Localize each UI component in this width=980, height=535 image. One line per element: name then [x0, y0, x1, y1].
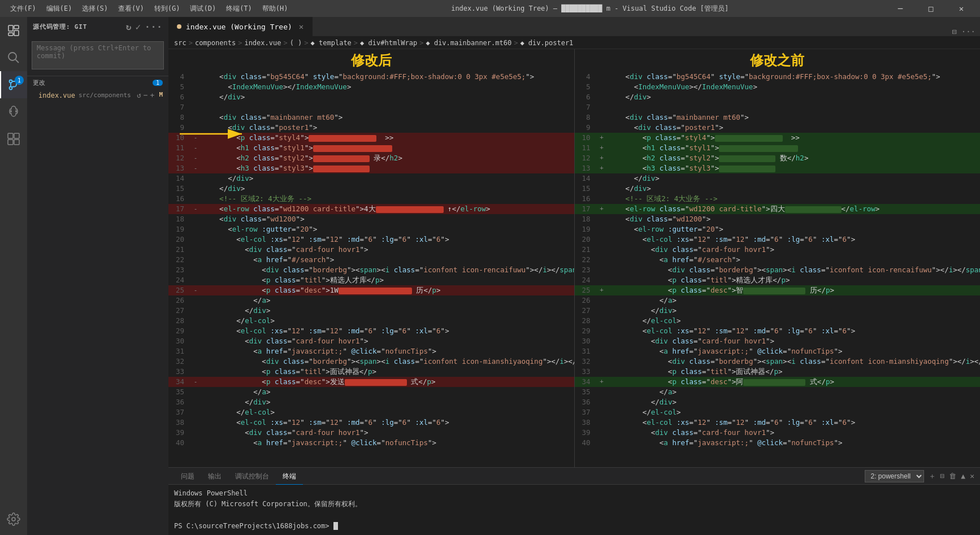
code-line: 33 <p class="titl">面试神器</p>	[168, 367, 574, 377]
bc-template[interactable]: ◆ template	[311, 39, 352, 47]
maximize-button[interactable]: □	[918, 0, 944, 17]
terminal-maximize-icon[interactable]: ▲	[961, 472, 965, 480]
code-line: 31 <a href="javascript:;" @click="nofunc…	[575, 346, 981, 356]
menu-help[interactable]: 帮助(H)	[258, 0, 293, 17]
menu-edit[interactable]: 编辑(E)	[42, 0, 77, 17]
bc-file[interactable]: index.vue	[244, 39, 281, 47]
activity-settings[interactable]	[0, 506, 27, 533]
code-line: 40 <a href="javascript:;" @click="nofunc…	[575, 438, 981, 448]
activity-debug[interactable]	[0, 98, 27, 125]
menu-view[interactable]: 查看(V)	[114, 0, 149, 17]
code-line: 6 </div>	[575, 92, 981, 102]
code-line: 22 <a href="#/search">	[168, 255, 574, 265]
code-line: 37 </el-col>	[575, 407, 981, 417]
panel-tab-output[interactable]: 输出	[201, 468, 228, 485]
split-editor-icon[interactable]: ⊟	[952, 27, 956, 36]
panel-tab-debug[interactable]: 调试控制台	[228, 468, 276, 485]
terminal-split-icon[interactable]: ⊟	[940, 472, 945, 480]
code-line: 21 <div class="card-four hovr1">	[575, 245, 981, 255]
terminal-add-icon[interactable]: ＋	[929, 471, 936, 481]
commit-check-icon[interactable]: ✓	[135, 21, 141, 32]
sidebar-title: 源代码管理: GIT	[33, 23, 87, 31]
more-icon[interactable]: ···	[145, 21, 163, 32]
activity-extensions[interactable]	[0, 125, 27, 153]
menu-select[interactable]: 选择(S)	[77, 0, 112, 17]
activity-explorer[interactable]	[0, 17, 27, 44]
code-line-added: 13 + <h3 class="styl3">	[575, 163, 981, 173]
tab-bar: index.vue (Working Tree) ✕ ⊟ ···	[168, 17, 980, 37]
bc-mainbanner[interactable]: ◆ div.mainbanner.mt60	[426, 39, 511, 47]
tab-close-icon[interactable]: ✕	[299, 22, 303, 31]
terminal-close-icon[interactable]: ✕	[970, 472, 974, 480]
code-line: 36 </div>	[168, 397, 574, 407]
terminal-trash-icon[interactable]: 🗑	[949, 472, 956, 480]
code-line: 20 <el-col :xs="12" :sm="12" :md="6" :lg…	[168, 234, 574, 245]
menu-file[interactable]: 文件(F)	[6, 0, 41, 17]
code-line: 20 <el-col :xs="12" :sm="12" :md="6" :lg…	[575, 234, 981, 245]
code-line: 35 </a>	[168, 387, 574, 397]
code-line: 30 <div class="card-four hovr1">	[168, 336, 574, 346]
git-badge: 1	[15, 76, 24, 85]
code-line: 5 <IndexMenuVue></IndexMenuVue>	[168, 82, 574, 92]
file-name: index.vue	[38, 92, 75, 99]
right-code-content[interactable]: 4 <div class="bg545C64" style="backgroun…	[575, 72, 981, 467]
editor-tab-active[interactable]: index.vue (Working Tree) ✕	[168, 17, 313, 36]
close-button[interactable]: ✕	[948, 0, 974, 17]
window-controls: ─ □ ✕	[887, 0, 974, 17]
code-line: 33 <p class="titl">面试神器</p>	[575, 367, 981, 377]
terminal-content[interactable]: Windows PowerShell 版权所有 (C) Microsoft Co…	[168, 485, 980, 535]
bc-src[interactable]: src	[174, 39, 187, 47]
svg-rect-11	[8, 140, 13, 145]
code-line: 21 <div class="card-four hovr1">	[168, 245, 574, 255]
changes-count: 1	[153, 80, 163, 86]
terminal-selector[interactable]: 2: powershell	[865, 470, 924, 482]
code-line: 38 <el-col :xs="12" :sm="12" :md="6" :lg…	[168, 417, 574, 428]
file-status: M	[159, 91, 163, 99]
code-line: 8 <div class="mainbanner mt60">	[168, 112, 574, 123]
terminal-line	[174, 510, 974, 520]
code-line: 6 </div>	[168, 92, 574, 102]
code-line: 19 <el-row :gutter="20">	[575, 224, 981, 234]
bc-htmlwrap[interactable]: ◆ div#htmlWrap	[360, 39, 417, 47]
code-line-deleted: 13 - <h3 class="styl3">	[168, 163, 574, 173]
menu-goto[interactable]: 转到(G)	[150, 0, 185, 17]
title-bar: 文件(F) 编辑(E) 选择(S) 查看(V) 转到(G) 调试(D) 终端(T…	[0, 0, 980, 17]
minimize-button[interactable]: ─	[887, 0, 913, 17]
code-line: 18 <div class="wd1200">	[575, 214, 981, 224]
code-line: 7	[168, 102, 574, 112]
code-line: 19 <el-row :gutter="20">	[168, 224, 574, 234]
more-actions-icon[interactable]: ···	[961, 27, 975, 36]
code-line: 4 <div class="bg545C64" style="backgroun…	[575, 72, 981, 82]
code-line: 24 <p class="titl">精选人才库</p>	[168, 275, 574, 285]
panel-tab-terminal[interactable]: 终端	[276, 468, 303, 485]
code-line: 23 <div class="borderbg"><span><i class=…	[168, 265, 574, 275]
svg-line-5	[16, 60, 19, 63]
bc-poster1[interactable]: ◆ div.poster1	[520, 39, 573, 47]
menu-debug[interactable]: 调试(D)	[185, 0, 220, 17]
file-action-discard[interactable]: ↺	[137, 91, 141, 99]
editors: 修改后	[168, 49, 980, 467]
file-action-unstage[interactable]: −	[144, 91, 148, 99]
svg-rect-2	[14, 31, 19, 36]
activity-search[interactable]	[0, 44, 27, 71]
bc-fn[interactable]: ( )	[290, 39, 302, 47]
terminal-line: Windows PowerShell	[174, 488, 974, 499]
refresh-icon[interactable]: ↻	[126, 21, 132, 32]
code-line-added: 34 + <p class="desc">阿 式</p>	[575, 377, 981, 387]
commit-input[interactable]	[32, 41, 164, 69]
editor-pane-right: 修改之前 4 <div class="bg545C64" style="back…	[574, 49, 981, 467]
activity-bar: 1	[0, 17, 27, 535]
code-line: 39 <div class="card-four hovr1">	[575, 428, 981, 438]
activity-git[interactable]: 1	[0, 71, 27, 98]
file-item[interactable]: index.vue src/components ↺ − + M	[27, 89, 168, 101]
code-line: 35 </a>	[575, 387, 981, 397]
code-line-added: 11 + <h1 class="styl1">	[575, 143, 981, 153]
arrow-svg	[180, 123, 248, 145]
code-line-deleted: 17 - <el-row class="wd1200 card-title">4…	[168, 204, 574, 214]
bc-components[interactable]: components	[195, 39, 236, 47]
panel-tab-problems[interactable]: 问题	[174, 468, 201, 485]
changes-header: 更改 1	[27, 76, 168, 89]
menu-terminal[interactable]: 终端(T)	[222, 0, 257, 17]
code-line: 31 <a href="javascript:;" @click="nofunc…	[168, 346, 574, 356]
file-action-open[interactable]: +	[150, 91, 155, 99]
